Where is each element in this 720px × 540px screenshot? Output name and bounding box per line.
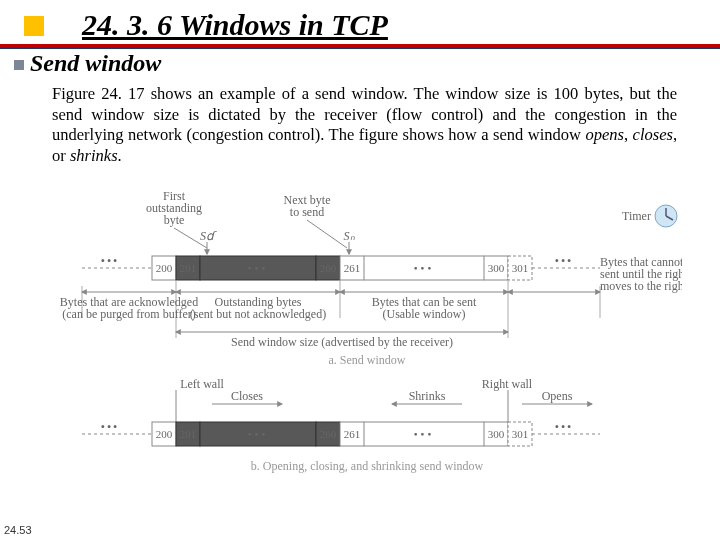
cell-260b: 260 xyxy=(320,428,337,440)
svg-line-0 xyxy=(174,228,207,248)
first-byte-l1: First xyxy=(163,190,186,203)
slide-title: 24. 3. 6 Windows in TCP xyxy=(82,8,388,42)
cell-301a: 301 xyxy=(512,262,529,274)
cell-300b: 300 xyxy=(488,428,505,440)
first-byte-l3: byte xyxy=(164,213,185,227)
svg-text:•••: ••• xyxy=(555,420,574,434)
left-wall: Left wall xyxy=(180,377,224,391)
svg-text:•••: ••• xyxy=(248,262,269,274)
next-byte-l2: to send xyxy=(290,205,324,219)
cell-261b: 261 xyxy=(344,428,361,440)
body-suffix: . xyxy=(118,146,122,165)
caption-a: a. Send window xyxy=(329,353,406,367)
grp-mid-l1: Outstanding bytes xyxy=(215,295,302,309)
bullet-icon xyxy=(14,60,24,70)
svg-text:•••: ••• xyxy=(414,428,435,440)
cell-300a: 300 xyxy=(488,262,505,274)
svg-rect-9 xyxy=(152,256,176,280)
svg-rect-11 xyxy=(200,256,316,280)
send-window-diagram: First outstanding byte Next byte to send… xyxy=(52,190,682,500)
cell-201a: 201 xyxy=(180,262,197,274)
svg-rect-49 xyxy=(508,422,532,446)
sub-heading: Send window xyxy=(30,50,161,77)
closes-label: Closes xyxy=(231,389,263,403)
svg-rect-13 xyxy=(316,256,340,280)
svg-rect-44 xyxy=(340,422,364,446)
body-em-shrinks: shrinks xyxy=(70,146,118,165)
svg-line-1 xyxy=(307,220,347,248)
svg-text:•••: ••• xyxy=(101,254,120,268)
svg-rect-48 xyxy=(484,422,508,446)
svg-rect-40 xyxy=(176,422,200,446)
grp-far-l2: sent until the right edge xyxy=(600,267,682,281)
right-wall: Right wall xyxy=(482,377,533,391)
adv-label: Send window size (advertised by the rece… xyxy=(231,335,453,349)
body-prefix: Figure 24. 17 shows an example of a send… xyxy=(52,84,677,144)
sn-label: Sₙ xyxy=(344,229,355,243)
next-byte-l1: Next byte xyxy=(284,193,331,207)
shrinks-label: Shrinks xyxy=(409,389,446,403)
cell-200b: 200 xyxy=(156,428,173,440)
body-text: Figure 24. 17 shows an example of a send… xyxy=(52,84,677,167)
title-accent xyxy=(24,16,44,36)
svg-point-4 xyxy=(655,205,677,227)
body-sep1: , xyxy=(624,125,633,144)
svg-rect-18 xyxy=(484,256,508,280)
grp-right-l2: (Usable window) xyxy=(383,307,466,321)
svg-text:•••: ••• xyxy=(101,420,120,434)
cell-260a: 260 xyxy=(320,262,337,274)
svg-rect-39 xyxy=(152,422,176,446)
svg-rect-19 xyxy=(508,256,532,280)
svg-rect-43 xyxy=(316,422,340,446)
cell-200a: 200 xyxy=(156,262,173,274)
sf-label: Sɗ xyxy=(200,229,217,243)
divider-blue xyxy=(0,47,720,49)
svg-rect-14 xyxy=(340,256,364,280)
opens-label: Opens xyxy=(542,389,573,403)
page-number: 24.53 xyxy=(4,524,32,536)
grp-left-l1: Bytes that are acknowledged xyxy=(60,295,198,309)
slide: 24. 3. 6 Windows in TCP Send window Figu… xyxy=(0,0,720,540)
body-em-opens: opens xyxy=(585,125,624,144)
svg-rect-10 xyxy=(176,256,200,280)
cell-261a: 261 xyxy=(344,262,361,274)
grp-left-l2: (can be purged from buffer) xyxy=(62,307,196,321)
grp-right-l1: Bytes that can be sent xyxy=(372,295,477,309)
svg-text:•••: ••• xyxy=(248,428,269,440)
grp-far-l1: Bytes that cannot be xyxy=(600,255,682,269)
timer-label: Timer xyxy=(622,209,651,223)
cell-301b: 301 xyxy=(512,428,529,440)
caption-b: b. Opening, closing, and shrinking send … xyxy=(251,459,484,473)
cell-201b: 201 xyxy=(180,428,197,440)
svg-line-6 xyxy=(666,216,673,220)
grp-mid-l2: (sent but not acknowledged) xyxy=(190,307,326,321)
grp-far-l3: moves to the right xyxy=(600,279,682,293)
first-byte-l2: outstanding xyxy=(146,201,202,215)
svg-text:•••: ••• xyxy=(555,254,574,268)
body-em-closes: closes xyxy=(633,125,673,144)
svg-text:•••: ••• xyxy=(414,262,435,274)
svg-rect-41 xyxy=(200,422,316,446)
